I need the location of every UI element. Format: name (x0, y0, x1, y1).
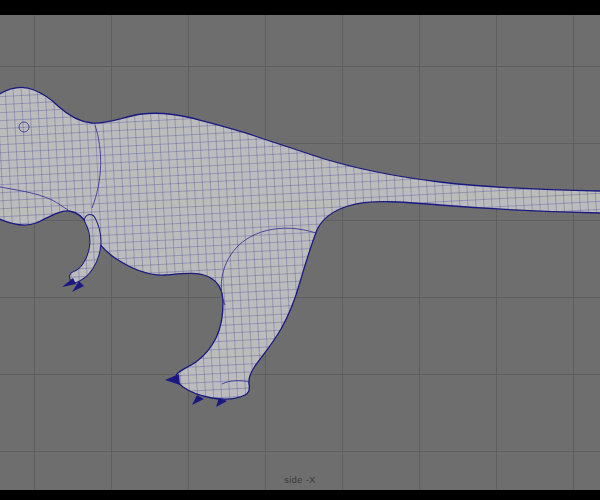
camera-label: side -X (0, 475, 600, 485)
foot-claw-icon (192, 395, 204, 405)
letterbox-bottom (0, 490, 600, 500)
letterbox-top (0, 0, 600, 15)
application-window: side -X (0, 0, 600, 500)
foot-claw-icon (165, 374, 180, 385)
trex-wireframe-model[interactable] (0, 15, 600, 490)
viewport-3d[interactable]: side -X (0, 15, 600, 490)
model-arm[interactable] (62, 220, 95, 292)
